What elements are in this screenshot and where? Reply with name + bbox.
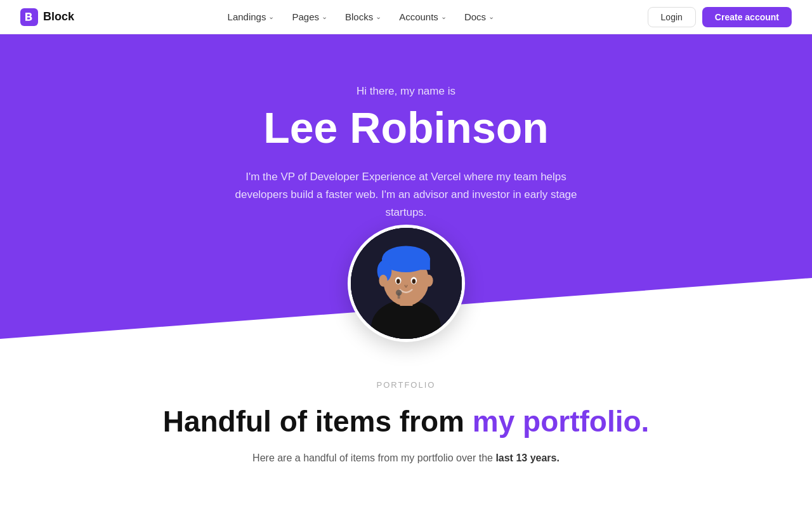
nav-actions: Login Create account bbox=[648, 7, 792, 27]
avatar-section bbox=[0, 225, 812, 342]
nav-item-docs[interactable]: Docs ⌄ bbox=[457, 8, 502, 26]
portfolio-desc-text: Here are a handful of items from my port… bbox=[252, 452, 495, 463]
create-account-button[interactable]: Create account bbox=[702, 7, 792, 27]
nav-item-accounts[interactable]: Accounts ⌄ bbox=[391, 8, 454, 26]
logo[interactable]: Block bbox=[20, 8, 74, 26]
portfolio-section: PORTFOLIO Handful of items from my portf… bbox=[0, 342, 812, 491]
hero-description: I'm the VP of Developer Experience at Ve… bbox=[222, 168, 590, 221]
portfolio-label: PORTFOLIO bbox=[13, 380, 799, 390]
avatar-image bbox=[351, 228, 462, 339]
svg-rect-13 bbox=[397, 293, 400, 298]
chevron-down-icon: ⌄ bbox=[268, 13, 274, 21]
avatar bbox=[348, 225, 465, 342]
chevron-down-icon: ⌄ bbox=[322, 13, 327, 21]
content-section: PORTFOLIO Handful of items from my portf… bbox=[0, 339, 812, 491]
nav-links: Landings ⌄ Pages ⌄ Blocks ⌄ Accounts ⌄ D… bbox=[220, 8, 502, 26]
hero-title: Lee Robinson bbox=[13, 105, 799, 150]
chevron-down-icon: ⌄ bbox=[488, 13, 494, 21]
svg-point-11 bbox=[412, 279, 416, 284]
hero-subtitle: Hi there, my name is bbox=[13, 85, 799, 98]
portfolio-heading-text: Handful of items from bbox=[163, 405, 473, 438]
svg-point-14 bbox=[379, 275, 387, 287]
portfolio-description: Here are a handful of items from my port… bbox=[247, 450, 565, 466]
portfolio-heading: Handful of items from my portfolio. bbox=[13, 405, 799, 439]
chevron-down-icon: ⌄ bbox=[376, 13, 381, 21]
logo-icon bbox=[20, 8, 38, 26]
portfolio-heading-highlight: my portfolio. bbox=[473, 405, 650, 438]
navbar: Block Landings ⌄ Pages ⌄ Blocks ⌄ Accoun… bbox=[0, 0, 812, 34]
nav-item-landings[interactable]: Landings ⌄ bbox=[220, 8, 282, 26]
logo-text: Block bbox=[43, 10, 74, 23]
svg-point-10 bbox=[396, 279, 400, 284]
chevron-down-icon: ⌄ bbox=[441, 13, 447, 21]
login-button[interactable]: Login bbox=[648, 7, 696, 27]
svg-point-15 bbox=[424, 275, 433, 287]
nav-item-pages[interactable]: Pages ⌄ bbox=[284, 8, 335, 26]
portfolio-desc-highlight: last 13 years. bbox=[495, 452, 560, 463]
nav-item-blocks[interactable]: Blocks ⌄ bbox=[337, 8, 389, 26]
